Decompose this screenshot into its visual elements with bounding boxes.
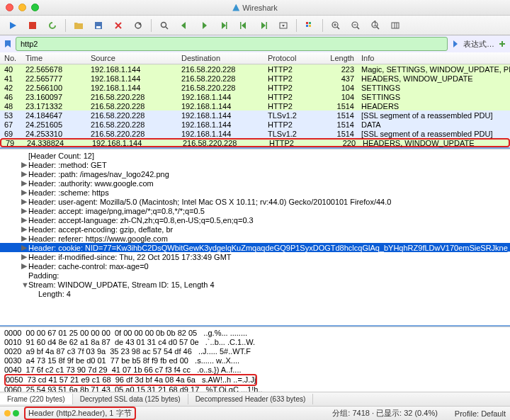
display-filter-input[interactable] — [16, 37, 448, 51]
detail-row[interactable]: ▶Header: cache-control: max-age=0 — [0, 261, 510, 271]
main-toolbar: 1 — [0, 16, 510, 35]
status-profile[interactable]: Profile: Default — [455, 409, 506, 418]
hex-row[interactable]: 0010 91 60 d4 8e 62 a1 8a 87 de 43 01 31… — [4, 338, 506, 347]
jump-icon — [219, 21, 229, 30]
detail-row[interactable]: Length: 4 — [0, 289, 510, 298]
start-capture-button[interactable] — [4, 18, 21, 33]
col-source[interactable]: Source — [91, 54, 181, 62]
bytes-tabs: Frame (220 bytes)Decrypted SSL data (125… — [0, 392, 510, 406]
bytes-tab[interactable]: Frame (220 bytes) — [0, 394, 73, 404]
detail-row[interactable]: ▶Header: :scheme: https — [0, 188, 510, 197]
svg-rect-11 — [226, 22, 227, 29]
packet-row[interactable]: 7924.338824192.168.1.144216.58.220.228HT… — [0, 138, 510, 147]
disclosure-icon[interactable]: ▶ — [21, 188, 27, 197]
open-file-button[interactable] — [70, 18, 87, 33]
bytes-tab[interactable]: Decompressed Header (633 bytes) — [188, 394, 314, 404]
packet-row[interactable]: 4823.171332216.58.220.228192.168.1.144HT… — [0, 101, 510, 110]
zoom-in-button[interactable] — [327, 18, 344, 33]
packet-row[interactable]: 4623.160097216.58.220.228192.168.1.144HT… — [0, 92, 510, 101]
disclosure-icon[interactable]: ▶ — [21, 169, 27, 178]
packet-row[interactable]: 5324.184647216.58.220.228192.168.1.144TL… — [0, 110, 510, 120]
packet-row[interactable]: 6724.251605216.58.220.228192.168.1.144HT… — [0, 120, 510, 129]
svg-marker-14 — [261, 22, 266, 29]
go-to-packet-button[interactable] — [215, 18, 232, 33]
add-filter-icon[interactable] — [497, 39, 507, 49]
col-no[interactable]: No. — [0, 54, 26, 62]
detail-row[interactable]: ▶Header: accept-language: zh-CN,zh;q=0.8… — [0, 215, 510, 225]
reload-button[interactable] — [130, 18, 147, 33]
disclosure-icon[interactable]: ▶ — [21, 206, 27, 215]
packet-row[interactable]: 6924.253310216.58.220.228192.168.1.144TL… — [0, 129, 510, 138]
detail-row[interactable]: ▶Header: :method: GET — [0, 160, 510, 169]
packet-list-pane[interactable]: No. Time Source Destination Protocol Len… — [0, 52, 510, 149]
disclosure-icon[interactable]: ▶ — [21, 215, 27, 225]
go-last-button[interactable] — [255, 18, 272, 33]
disclosure-icon[interactable]: ▼ — [21, 280, 27, 289]
packet-row[interactable]: 4022.565678192.168.1.144216.58.220.228HT… — [0, 64, 510, 74]
svg-text:1: 1 — [373, 21, 378, 28]
svg-rect-32 — [392, 23, 399, 28]
hex-row[interactable]: 0000 00 00 67 01 25 00 00 00 0f 00 00 00… — [4, 329, 506, 338]
packet-row[interactable]: 4122.565777192.168.1.144216.58.220.228HT… — [0, 74, 510, 83]
detail-row[interactable]: ▼Stream: WINDOW_UPDATE, Stream ID: 15, L… — [0, 280, 510, 289]
detail-row[interactable]: ▶Header: :path: /images/nav_logo242.png — [0, 169, 510, 178]
disclosure-icon[interactable]: ▶ — [21, 160, 27, 169]
svg-line-7 — [166, 27, 168, 29]
detail-row[interactable]: Padding: — [0, 271, 510, 280]
zoom-out-button[interactable] — [347, 18, 364, 33]
go-next-button[interactable] — [196, 18, 212, 33]
detail-row[interactable]: ▶Header: if-modified-since: Thu, 22 Oct … — [0, 252, 510, 261]
col-protocol[interactable]: Protocol — [268, 54, 323, 62]
status-field-label: Header (http2.header), 1 字节 — [24, 407, 136, 420]
hex-row[interactable]: 0020 a9 bf 4a 87 c3 7f 03 9a 35 23 98 ac… — [4, 347, 506, 356]
arrow-last-icon — [259, 21, 268, 30]
arrow-right-icon[interactable] — [450, 39, 460, 49]
disclosure-icon[interactable]: ▶ — [21, 252, 27, 261]
find-button[interactable] — [156, 18, 173, 33]
packet-row[interactable]: 4222.566100192.168.1.144216.58.220.228HT… — [0, 83, 510, 92]
go-first-button[interactable] — [235, 18, 252, 33]
svg-line-27 — [357, 27, 359, 29]
auto-scroll-button[interactable] — [275, 18, 292, 33]
resize-columns-button[interactable] — [387, 18, 404, 33]
detail-row[interactable]: ▶Header: user-agent: Mozilla/5.0 (Macint… — [0, 197, 510, 206]
bytes-tab[interactable]: Decrypted SSL data (125 bytes) — [73, 394, 188, 404]
stop-capture-button[interactable] — [24, 18, 41, 33]
go-prev-button[interactable] — [176, 18, 193, 33]
packet-details-pane[interactable]: [Header Count: 12]▶Header: :method: GET▶… — [0, 149, 510, 327]
hex-row[interactable]: 0060 25 54 93 51 6a 8b 71 43 05 a0 15 31… — [4, 385, 506, 392]
detail-row[interactable]: ▶Header: referer: https://www.google.com — [0, 234, 510, 243]
disclosure-icon[interactable]: ▶ — [21, 225, 27, 234]
col-length[interactable]: Length — [323, 54, 358, 62]
arrow-right-icon — [199, 21, 209, 30]
hex-row[interactable]: 0050 73 cd 41 57 21 e9 c1 68 96 df 3d bf… — [4, 374, 257, 386]
svg-marker-17 — [282, 25, 285, 27]
colorize-button[interactable] — [301, 18, 318, 33]
search-icon — [159, 21, 169, 30]
detail-row[interactable]: ▶Header: accept-encoding: gzip, deflate,… — [0, 225, 510, 234]
close-file-button[interactable] — [110, 18, 127, 33]
save-file-button[interactable] — [90, 18, 107, 33]
disclosure-icon[interactable]: ▶ — [21, 178, 27, 188]
bookmark-filter-icon[interactable] — [3, 39, 13, 49]
restart-capture-button[interactable] — [44, 18, 61, 33]
col-destination[interactable]: Destination — [181, 54, 268, 62]
detail-row[interactable]: ▶Header: cookie: NID=77=Kw3ihbC2DsQWbitG… — [0, 243, 510, 252]
expression-button[interactable]: 表达式… — [463, 39, 494, 50]
disclosure-icon[interactable]: ▶ — [21, 243, 27, 252]
zoom-reset-button[interactable]: 1 — [367, 18, 384, 33]
svg-rect-15 — [266, 22, 268, 29]
detail-row[interactable]: [Header Count: 12] — [0, 151, 510, 160]
detail-row[interactable]: ▶Header: accept: image/png,image/*;q=0.8… — [0, 206, 510, 215]
disclosure-icon[interactable]: ▶ — [21, 234, 27, 243]
disclosure-icon[interactable]: ▶ — [21, 261, 27, 271]
col-info[interactable]: Info — [358, 54, 510, 62]
disclosure-icon[interactable]: ▶ — [21, 197, 27, 206]
col-time[interactable]: Time — [26, 54, 91, 62]
detail-row[interactable]: ▶Header: :authority: www.google.com — [0, 178, 510, 188]
close-icon — [113, 21, 123, 30]
packet-bytes-pane[interactable]: 0000 00 00 67 01 25 00 00 00 0f 00 00 00… — [0, 327, 510, 392]
expert-info-icon[interactable] — [4, 410, 11, 416]
hex-row[interactable]: 0030 a4 73 15 8f 9f be d0 01 77 be b5 8f… — [4, 356, 506, 365]
svg-marker-10 — [222, 22, 226, 29]
